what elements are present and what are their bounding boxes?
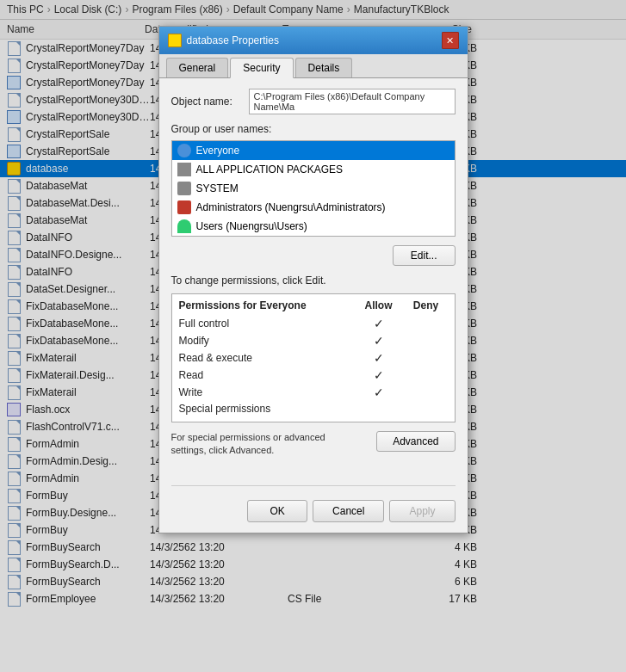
object-name-row: Object name: C:\Program Files (x86)\Defa… — [171, 89, 456, 114]
permission-label: Full control — [179, 318, 353, 330]
user-icon-everyone — [177, 144, 191, 157]
user-icon-system — [177, 182, 191, 195]
permission-row: Read & execute ✓ — [179, 349, 448, 367]
user-item[interactable]: SYSTEM — [172, 179, 455, 198]
dialog-buttons: OK Cancel Apply — [159, 495, 468, 533]
group-label: Group or user names: — [171, 123, 456, 135]
permission-row: Full control ✓ — [179, 315, 448, 332]
permissions-section: Permissions for Everyone Allow Deny Full… — [171, 293, 456, 422]
advanced-button[interactable]: Advanced — [376, 431, 455, 452]
permission-row: Special permissions — [179, 401, 448, 416]
cancel-button[interactable]: Cancel — [313, 500, 384, 522]
permissions-rows: Full control ✓ Modify ✓ Read & execute ✓… — [179, 315, 448, 416]
user-icon-user — [177, 219, 191, 233]
users-list[interactable]: EveryoneALL APPLICATION PACKAGESSYSTEMAd… — [171, 140, 456, 237]
object-name-label: Object name: — [171, 96, 249, 108]
perms-title: Permissions for Everyone — [179, 299, 353, 311]
dialog-titlebar: database Properties ✕ — [159, 27, 468, 54]
permission-label: Read & execute — [179, 352, 353, 364]
dialog-body: Object name: C:\Program Files (x86)\Defa… — [159, 78, 468, 485]
user-name: Administrators (Nuengrsu\Administrators) — [196, 201, 386, 213]
user-item[interactable]: ALL APPLICATION PACKAGES — [172, 160, 455, 179]
permission-allow: ✓ — [353, 385, 405, 399]
ok-button[interactable]: OK — [247, 500, 307, 522]
permission-row: Read ✓ — [179, 367, 448, 384]
user-name: Users (Nuengrsu\Users) — [196, 220, 307, 232]
dialog-title-icon — [168, 34, 182, 47]
change-permissions-text: To change permissions, click Edit. — [171, 274, 456, 287]
deny-col-header: Deny — [405, 299, 448, 311]
tab-general[interactable]: General — [166, 58, 229, 77]
permission-row: Write ✓ — [179, 384, 448, 401]
object-name-value: C:\Program Files (x86)\Default Company N… — [249, 89, 456, 114]
user-icon-app — [177, 163, 191, 176]
permissions-header: Permissions for Everyone Allow Deny — [179, 299, 448, 311]
permission-label: Special permissions — [179, 403, 353, 415]
permission-allow: ✓ — [353, 317, 405, 330]
permission-label: Modify — [179, 335, 353, 347]
user-item[interactable]: Users (Nuengrsu\Users) — [172, 217, 455, 236]
tab-security[interactable]: Security — [230, 58, 293, 78]
dialog-separator — [171, 485, 456, 486]
apply-button[interactable]: Apply — [389, 500, 455, 522]
permission-allow: ✓ — [353, 351, 405, 365]
close-button[interactable]: ✕ — [442, 32, 459, 49]
properties-dialog: database Properties ✕ General Security D… — [158, 26, 468, 533]
allow-col-header: Allow — [353, 299, 405, 311]
tab-details[interactable]: Details — [295, 58, 353, 77]
permission-row: Modify ✓ — [179, 332, 448, 349]
user-icon-admin — [177, 200, 191, 214]
user-name: ALL APPLICATION PACKAGES — [196, 163, 344, 176]
edit-row: Edit... — [171, 245, 456, 266]
bottom-text: For special permissions or advanced sett… — [171, 431, 361, 458]
permission-allow: ✓ — [353, 368, 405, 382]
permission-label: Write — [179, 386, 353, 398]
dialog-title-text: database Properties — [187, 34, 279, 46]
dialog-tabs: General Security Details — [159, 54, 468, 78]
permission-allow: ✓ — [353, 334, 405, 348]
user-item[interactable]: Administrators (Nuengrsu\Administrators) — [172, 198, 455, 217]
file-explorer: This PC › Local Disk (C:) › Program File… — [0, 0, 626, 672]
user-name: SYSTEM — [196, 182, 239, 194]
user-name: Everyone — [196, 145, 240, 157]
modal-overlay: database Properties ✕ General Security D… — [0, 0, 626, 672]
edit-button[interactable]: Edit... — [393, 245, 456, 266]
user-item[interactable]: Everyone — [172, 141, 455, 160]
permission-label: Read — [179, 369, 353, 381]
